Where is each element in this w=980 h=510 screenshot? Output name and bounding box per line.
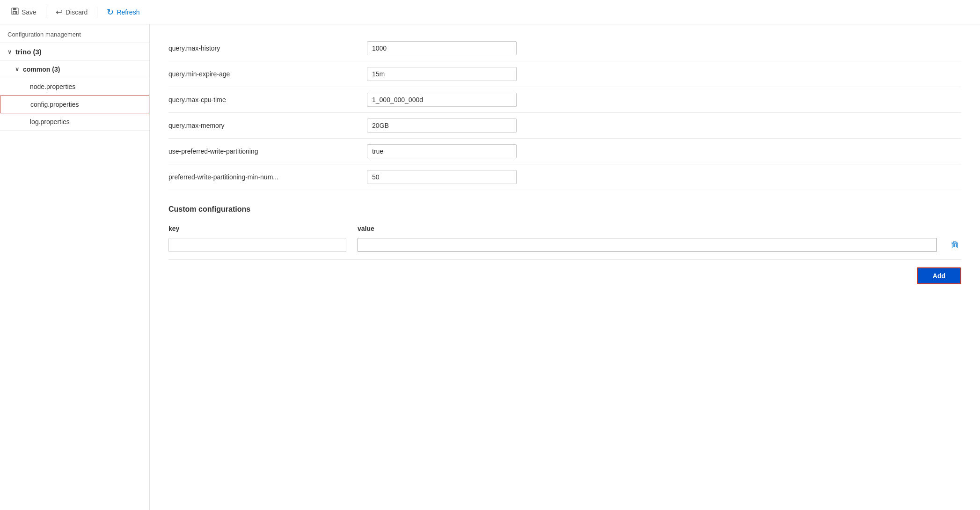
custom-value-input[interactable] [358, 238, 937, 252]
sidebar-item-label: config.properties [30, 101, 79, 108]
custom-section-title: Custom configurations [168, 205, 961, 214]
refresh-icon: ↻ [107, 7, 114, 17]
config-input-query-max-memory[interactable] [367, 118, 517, 133]
toolbar-divider-2 [97, 7, 97, 18]
config-rows: query.max-history query.min-expire-age q… [168, 36, 961, 190]
save-button[interactable]: Save [7, 6, 40, 19]
config-input-query-max-history[interactable] [367, 41, 517, 55]
config-label: query.min-expire-age [168, 70, 356, 78]
save-label: Save [22, 8, 37, 16]
svg-rect-1 [13, 8, 16, 10]
config-input-query-max-cpu-time[interactable] [367, 93, 517, 107]
trash-icon [950, 240, 959, 250]
config-label: query.max-memory [168, 122, 356, 129]
sidebar-item-label: common (3) [23, 66, 60, 73]
config-row-preferred-write-partitioning-min-num: preferred-write-partitioning-min-num... [168, 164, 961, 190]
config-value [367, 118, 961, 133]
config-row-query-min-expire-age: query.min-expire-age [168, 61, 961, 87]
main-layout: Configuration management ∨ trino (3) ∨ c… [0, 24, 980, 510]
custom-key-header: key [168, 225, 346, 232]
svg-rect-3 [14, 12, 15, 14]
custom-configurations-section: Custom configurations key value [168, 205, 961, 284]
custom-input-row-1 [168, 238, 961, 252]
save-icon [11, 7, 19, 17]
sidebar-item-trino[interactable]: ∨ trino (3) [0, 43, 149, 61]
config-label: query.max-cpu-time [168, 96, 356, 103]
svg-rect-5 [954, 244, 955, 247]
config-label: preferred-write-partitioning-min-num... [168, 173, 356, 181]
sidebar-item-label: trino (3) [15, 48, 42, 56]
content-panel: query.max-history query.min-expire-age q… [150, 24, 980, 510]
config-value [367, 170, 961, 184]
add-row: Add [168, 259, 961, 284]
sidebar-item-log-properties[interactable]: log.properties [0, 113, 149, 131]
toolbar-divider-1 [46, 7, 46, 18]
config-value [367, 144, 961, 158]
toolbar: Save ↩ Discard ↻ Refresh [0, 0, 980, 24]
config-input-use-preferred-write-partitioning[interactable] [367, 144, 517, 158]
svg-rect-4 [953, 244, 954, 247]
sidebar: Configuration management ∨ trino (3) ∨ c… [0, 24, 150, 510]
chevron-icon: ∨ [7, 49, 12, 55]
config-row-use-preferred-write-partitioning: use-preferred-write-partitioning [168, 139, 961, 164]
config-value [367, 41, 961, 55]
discard-label: Discard [66, 8, 88, 16]
config-input-query-min-expire-age[interactable] [367, 67, 517, 81]
sidebar-item-label: log.properties [30, 118, 70, 126]
config-row-query-max-history: query.max-history [168, 36, 961, 61]
custom-key-input[interactable] [168, 238, 346, 252]
svg-rect-6 [956, 244, 957, 247]
config-value [367, 67, 961, 81]
sidebar-title: Configuration management [0, 24, 149, 43]
config-label: query.max-history [168, 44, 356, 52]
discard-icon: ↩ [56, 7, 63, 17]
config-input-preferred-write-partitioning-min-num[interactable] [367, 170, 517, 184]
discard-button[interactable]: ↩ Discard [52, 5, 91, 19]
refresh-button[interactable]: ↻ Refresh [103, 5, 143, 19]
sidebar-item-label: node.properties [30, 83, 75, 90]
sidebar-item-common[interactable]: ∨ common (3) [0, 61, 149, 78]
sidebar-item-config-properties[interactable]: config.properties [0, 96, 149, 113]
refresh-label: Refresh [117, 8, 139, 16]
sidebar-item-node-properties[interactable]: node.properties [0, 78, 149, 96]
custom-value-header: value [358, 225, 961, 232]
config-row-query-max-cpu-time: query.max-cpu-time [168, 87, 961, 113]
config-label: use-preferred-write-partitioning [168, 148, 356, 155]
config-value [367, 93, 961, 107]
config-row-query-max-memory: query.max-memory [168, 113, 961, 139]
custom-header-row: key value [168, 225, 961, 232]
delete-row-button[interactable] [948, 238, 961, 251]
add-button[interactable]: Add [917, 267, 961, 284]
chevron-icon: ∨ [15, 66, 19, 73]
